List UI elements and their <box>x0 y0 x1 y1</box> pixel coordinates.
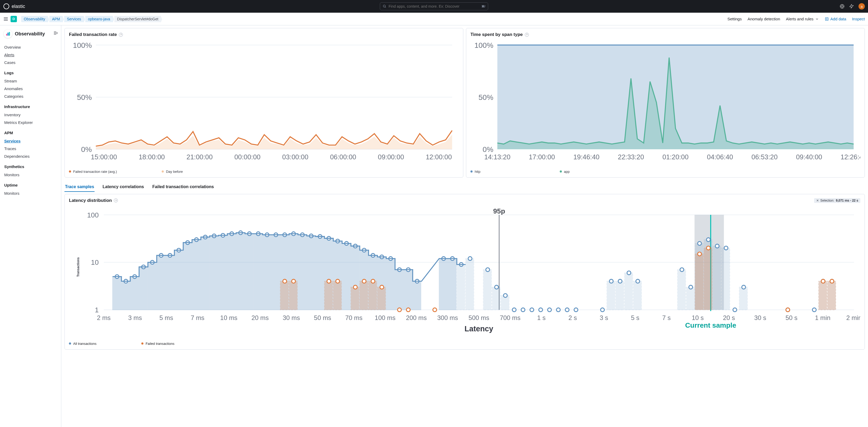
clear-selection-icon[interactable]: ✕ <box>816 199 819 203</box>
latency-distribution-chart[interactable]: 1101002 ms3 ms5 ms7 ms10 ms20 ms30 ms50 … <box>69 205 860 338</box>
svg-rect-179 <box>448 258 456 310</box>
failed-transaction-chart[interactable]: 0%50%100%15:00:0018:00:0021:00:0000:00:0… <box>69 38 459 166</box>
sidebar-item-metrics-explorer[interactable]: Metrics Explorer <box>4 119 57 126</box>
main-content: Failed transaction rate ? 0%50%100%15:00… <box>61 25 868 427</box>
svg-text:7 ms: 7 ms <box>191 314 205 321</box>
svg-point-214 <box>627 271 631 275</box>
sidebar-item-services[interactable]: Services <box>4 137 57 145</box>
svg-point-126 <box>283 279 287 283</box>
svg-point-154 <box>362 279 366 283</box>
sidebar-item-dependencies[interactable]: Dependencies <box>4 152 57 160</box>
help-icon[interactable] <box>839 4 845 9</box>
sidebar-item-inventory[interactable]: Inventory <box>4 111 57 119</box>
span-type-chart[interactable]: 0%50%100%14:13:2017:00:0019:46:4022:33:2… <box>470 38 860 166</box>
failed-title: Failed transaction rate <box>69 32 117 37</box>
space-selector[interactable]: D <box>10 16 17 22</box>
sidebar-item-traces[interactable]: Traces <box>4 145 57 152</box>
svg-text:20 s: 20 s <box>723 314 735 321</box>
svg-point-200 <box>548 308 551 311</box>
svg-rect-129 <box>289 281 298 310</box>
svg-point-168 <box>398 308 401 311</box>
collapse-sidebar-icon[interactable] <box>53 31 58 35</box>
svg-point-242 <box>812 308 816 311</box>
svg-rect-109 <box>218 235 227 310</box>
svg-point-144 <box>336 279 339 283</box>
global-search[interactable]: ⌘/ <box>380 2 488 10</box>
info-icon[interactable]: ? <box>114 199 118 203</box>
inspect-link[interactable]: Inspect <box>852 17 865 21</box>
search-shortcut: ⌘/ <box>482 5 485 8</box>
svg-rect-17 <box>9 32 10 36</box>
newsfeed-icon[interactable] <box>849 4 854 9</box>
sidebar: Observability Overview Alerts Cases Logs… <box>0 25 61 427</box>
add-data-button[interactable]: Add data <box>825 17 846 21</box>
nav-toggle-icon[interactable] <box>3 17 8 22</box>
legend-day-before[interactable]: Day before <box>162 170 183 174</box>
svg-point-230 <box>715 244 719 248</box>
chevron-down-icon <box>815 17 819 21</box>
svg-text:17:00:00: 17:00:00 <box>529 153 555 161</box>
crumb-apm[interactable]: APM <box>50 16 63 22</box>
svg-text:Latency: Latency <box>465 324 493 333</box>
sidebar-item-overview[interactable]: Overview <box>4 43 57 51</box>
tab-latency-correlations[interactable]: Latency correlations <box>102 182 145 192</box>
svg-rect-93 <box>148 262 156 310</box>
selection-badge[interactable]: ✕ Selection: 9,071 ms - 22 s <box>814 198 860 203</box>
legend-app[interactable]: app <box>560 170 570 174</box>
svg-rect-161 <box>377 287 386 310</box>
svg-text:700 ms: 700 ms <box>500 314 521 321</box>
svg-text:06:53:20: 06:53:20 <box>751 153 778 161</box>
svg-rect-209 <box>607 281 615 310</box>
sidebar-item-anomalies[interactable]: Anomalies <box>4 85 57 92</box>
user-avatar[interactable]: a <box>859 3 865 9</box>
svg-point-232 <box>724 246 728 250</box>
svg-point-202 <box>556 308 560 311</box>
svg-text:12:26:40: 12:26:40 <box>840 153 860 161</box>
dist-title: Latency distribution <box>69 198 112 203</box>
svg-point-222 <box>698 241 701 245</box>
crumb-service-name[interactable]: opbeans-java <box>85 16 113 22</box>
svg-point-186 <box>486 268 490 271</box>
tab-failed-correlations[interactable]: Failed transaction correlations <box>152 182 215 192</box>
sidebar-item-stream[interactable]: Stream <box>4 77 57 85</box>
svg-rect-245 <box>818 281 827 310</box>
legend-failed-avg[interactable]: Failed transaction rate (avg.) <box>69 170 117 174</box>
svg-point-246 <box>821 279 825 283</box>
svg-text:0%: 0% <box>81 145 92 154</box>
crumb-observability[interactable]: Observability <box>21 16 48 22</box>
svg-point-250 <box>830 279 834 283</box>
settings-link[interactable]: Settings <box>727 17 742 21</box>
sidebar-item-alerts[interactable]: Alerts <box>4 51 57 59</box>
search-input[interactable] <box>389 4 479 8</box>
sidebar-item-cases[interactable]: Cases <box>4 59 57 66</box>
sidebar-item-synthetics-monitors[interactable]: Monitors <box>4 171 57 179</box>
sidebar-item-categories[interactable]: Categories <box>4 92 57 100</box>
svg-rect-15 <box>6 34 7 36</box>
svg-text:1: 1 <box>95 306 99 314</box>
legend-failed-transactions[interactable]: Failed transactions <box>141 342 174 346</box>
svg-rect-213 <box>624 273 633 310</box>
svg-rect-139 <box>324 281 333 310</box>
svg-rect-169 <box>404 270 412 310</box>
svg-rect-223 <box>695 254 704 310</box>
svg-point-212 <box>618 279 622 283</box>
crumb-services[interactable]: Services <box>64 16 84 22</box>
elastic-logo[interactable]: elastic <box>3 3 25 9</box>
svg-text:09:40:00: 09:40:00 <box>796 153 822 161</box>
sidebar-title: Observability <box>15 31 45 37</box>
alerts-rules-dropdown[interactable]: Alerts and rules <box>786 17 818 21</box>
legend-all-transactions[interactable]: All transactions <box>69 342 96 346</box>
latency-distribution-card: Latency distribution ? ✕ Selection: 9,07… <box>64 194 865 349</box>
svg-rect-105 <box>201 237 209 310</box>
svg-rect-145 <box>342 243 350 310</box>
tab-trace-samples[interactable]: Trace samples <box>64 182 95 192</box>
sidebar-item-uptime-monitors[interactable]: Monitors <box>4 189 57 197</box>
legend-http[interactable]: http <box>470 170 480 174</box>
svg-text:500 ms: 500 ms <box>469 314 490 321</box>
anomaly-detection-link[interactable]: Anomaly detection <box>748 17 780 21</box>
svg-text:00:00:00: 00:00:00 <box>234 153 260 161</box>
info-icon[interactable]: ? <box>119 33 123 37</box>
info-icon[interactable]: ? <box>525 33 529 37</box>
svg-rect-249 <box>828 281 836 310</box>
svg-text:19:46:40: 19:46:40 <box>573 153 599 161</box>
